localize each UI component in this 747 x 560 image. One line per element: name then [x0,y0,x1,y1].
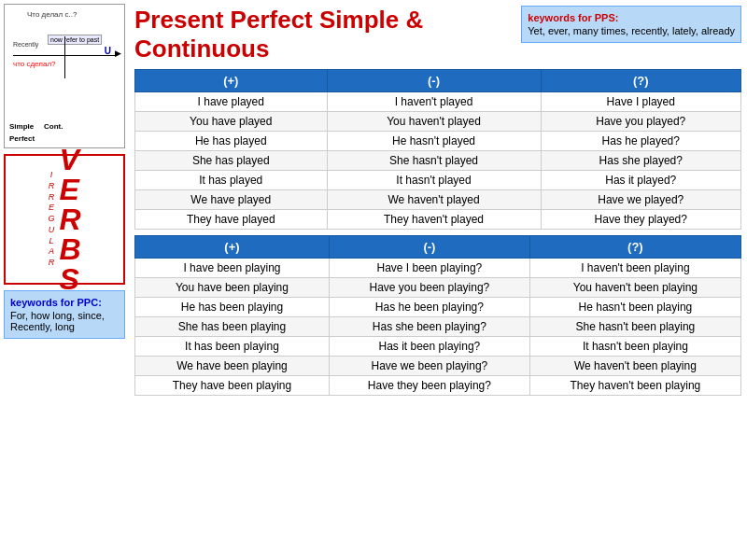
table-row: He has been playingHas he been playing?H… [135,298,741,317]
table-cell: It hasn't played [327,171,541,190]
table-cell: She has been playing [135,317,330,337]
col-negative-c: (-) [329,236,529,259]
table-cell: We haven't played [327,190,541,210]
irregular-letters: I R R E G U L A R [48,170,55,268]
diagram-vert-line [64,36,65,78]
keywords-ppc-box: keywords for PPC: For, how long, since, … [4,290,125,339]
main-content: Present Perfect Simple & Continuous keyw… [131,0,747,560]
table-cell: You have played [135,112,328,132]
col-question: (?) [541,70,740,92]
table-cell: Have you played? [541,112,740,132]
table-continuous-section: (+) (-) (?) I have been playingHave I be… [134,235,741,396]
col-positive: (+) [135,70,328,92]
table-cell: They haven't played [327,210,541,230]
diagram-label-done: что сделал? [13,60,56,68]
table-cell: We haven't been playing [529,357,740,376]
diagram-perfect: Perfect [9,134,35,143]
verbs-text: V E R B S [59,145,80,294]
table-simple-section: (+) (-) (?) I have playedI haven't playe… [134,69,741,230]
diagram-letter: U [105,46,111,56]
irregular-verbs-box: I R R E G U L A R V E R B S [4,154,125,285]
table-cell: They have been playing [135,376,330,396]
table-cell: Has it been playing? [329,337,529,357]
table-cell: It has been playing [135,337,330,357]
table-row: They have been playingHave they been pla… [135,376,741,396]
table-cell: He has been playing [135,298,330,317]
table-cell: Has she been playing? [329,317,529,337]
keywords-pps-box: keywords for PPS: Yet, ever, many times,… [521,6,741,43]
diagram-arrow-line [13,55,116,56]
table-cell: He hasn't played [327,132,541,151]
table-row: It has playedIt hasn't playedHas it play… [135,171,741,190]
table-cell: You have been playing [135,278,330,298]
keywords-ppc-title: keywords for PPC: [10,297,119,308]
table-cell: You haven't played [327,112,541,132]
table-cell: They have played [135,210,328,230]
table-row: They have playedThey haven't playedHave … [135,210,741,230]
table-row: We have playedWe haven't playedHave we p… [135,190,741,210]
table-cell: It has played [135,171,328,190]
table-cell: She hasn't been playing [529,317,740,337]
table-cell: I haven't played [327,92,541,112]
table-cell: Have they played? [541,210,740,230]
table-cell: Have you been playing? [329,278,529,298]
table-continuous-header: (+) (-) (?) [135,236,741,259]
keywords-pps-title: keywords for PPS: [528,12,735,23]
table-cell: It hasn't been playing [529,337,740,357]
table-continuous: (+) (-) (?) I have been playingHave I be… [134,235,741,396]
table-cell: She hasn't played [327,151,541,171]
table-cell: We have played [135,190,328,210]
col-negative: (-) [327,70,541,92]
table-row: She has playedShe hasn't playedHas she p… [135,151,741,171]
diagram-simple: Simple [9,122,34,131]
keywords-pps-words: Yet, ever, many times, recently, lately,… [528,25,735,36]
table-cell: He has played [135,132,328,151]
table-row: I have been playingHave I been playing?I… [135,259,741,278]
page-title: Present Perfect Simple & Continuous [134,6,512,63]
diagram-label-recently: Recently [13,41,38,48]
table-row: It has been playingHas it been playing?I… [135,337,741,357]
diagram-cont: Cont. [44,122,63,131]
table-simple: (+) (-) (?) I have playedI haven't playe… [134,69,741,230]
table-cell: Has it played? [541,171,740,190]
table-cell: Have we been playing? [329,357,529,376]
table-cell: I have played [135,92,328,112]
table-cell: Have we played? [541,190,740,210]
diagram-label-top: Что делал с..? [27,10,77,19]
table-row: You have been playingHave you been playi… [135,278,741,298]
keywords-ppc-words: For, how long, since, Recently, long [10,310,119,332]
table-row: She has been playingHas she been playing… [135,317,741,337]
table-simple-body: I have playedI haven't playedHave I play… [135,92,741,230]
table-row: He has playedHe hasn't playedHas he play… [135,132,741,151]
col-question-c: (?) [529,236,740,259]
table-cell: Has he played? [541,132,740,151]
table-cell: I haven't been playing [529,259,740,278]
table-row: You have playedYou haven't playedHave yo… [135,112,741,132]
table-cell: Have I played [541,92,740,112]
left-sidebar: Что делал с..? Recently now refer to pas… [0,0,131,560]
col-positive-c: (+) [135,236,330,259]
table-cell: We have been playing [135,357,330,376]
table-cell: They haven't been playing [529,376,740,396]
table-continuous-body: I have been playingHave I been playing?I… [135,259,741,396]
header-row: Present Perfect Simple & Continuous keyw… [134,6,741,63]
diagram-box: Что делал с..? Recently now refer to pas… [4,4,125,148]
table-cell: He hasn't been playing [529,298,740,317]
table-cell: I have been playing [135,259,330,278]
table-cell: You haven't been playing [529,278,740,298]
table-row: We have been playingHave we been playing… [135,357,741,376]
table-cell: Has she played? [541,151,740,171]
table-cell: Have I been playing? [329,259,529,278]
table-row: I have playedI haven't playedHave I play… [135,92,741,112]
table-cell: She has played [135,151,328,171]
table-simple-header: (+) (-) (?) [135,70,741,92]
diagram-label-now: now refer to past [48,35,102,45]
table-cell: Has he been playing? [329,298,529,317]
table-cell: Have they been playing? [329,376,529,396]
